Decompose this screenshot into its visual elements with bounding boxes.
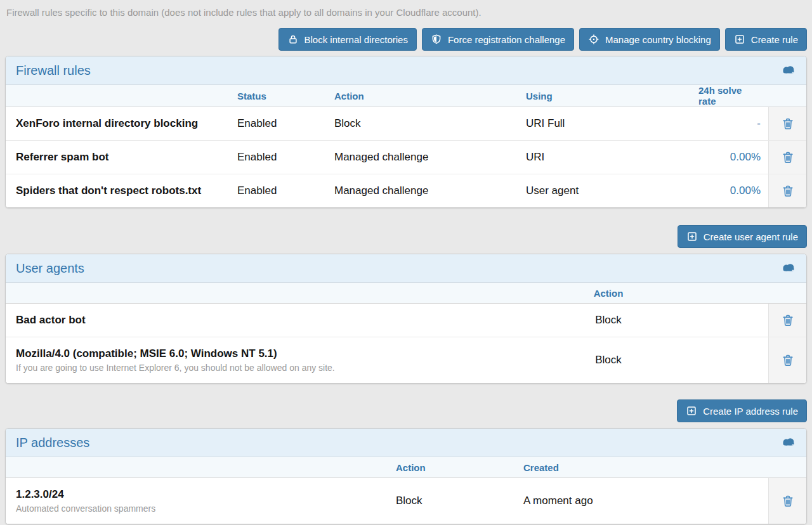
trash-icon bbox=[781, 360, 795, 369]
firewall-rules-panel-header: Firewall rules bbox=[6, 56, 806, 85]
trash-icon bbox=[781, 500, 795, 510]
user-agents-panel: User agents Action Bad actor bot bbox=[5, 254, 807, 384]
geo-target-icon bbox=[588, 34, 599, 45]
table-row: Mozilla/4.0 (compatible; MSIE 6.0; Windo… bbox=[6, 337, 806, 383]
manage-country-blocking-button[interactable]: Manage country blocking bbox=[579, 28, 720, 51]
force-registration-challenge-button[interactable]: Force registration challenge bbox=[422, 28, 574, 51]
panel-title: IP addresses bbox=[16, 435, 89, 450]
delete-rule-button[interactable] bbox=[781, 117, 795, 131]
column-header-created: Created bbox=[523, 462, 768, 473]
rule-using: URI bbox=[526, 141, 698, 174]
user-agent-description: If you are going to use Internet Explore… bbox=[16, 363, 335, 373]
firewall-rules-table-header: Status Action Using 24h solve rate bbox=[6, 85, 806, 107]
button-label: Create IP address rule bbox=[703, 406, 798, 417]
button-label: Create rule bbox=[751, 34, 798, 45]
top-toolbar: Block internal directories Force registr… bbox=[5, 28, 807, 51]
ip-addresses-panel-header: IP addresses bbox=[6, 429, 806, 457]
user-agent-name: Mozilla/4.0 (compatible; MSIE 6.0; Windo… bbox=[16, 347, 277, 361]
rule-using: User agent bbox=[526, 174, 698, 207]
rule-name: Spiders that don't respect robots.txt bbox=[16, 184, 201, 198]
column-header-solve-rate: 24h solve rate bbox=[698, 85, 768, 107]
table-row: XenForo internal directory blocking Enab… bbox=[6, 107, 806, 140]
delete-rule-button[interactable] bbox=[781, 353, 795, 367]
firewall-rules-panel: Firewall rules Status Action Using 24h s… bbox=[5, 56, 807, 208]
trash-icon bbox=[781, 157, 795, 166]
cloudflare-cloud-icon bbox=[781, 65, 796, 77]
rule-action: Managed challenge bbox=[334, 174, 526, 207]
table-row: Bad actor bot Block bbox=[6, 304, 806, 337]
plus-square-icon bbox=[734, 34, 745, 45]
button-label: Create user agent rule bbox=[704, 231, 798, 242]
user-agent-action: Block bbox=[449, 304, 768, 337]
rule-solve-rate-link[interactable]: 0.00% bbox=[730, 185, 761, 197]
delete-rule-button[interactable] bbox=[781, 184, 795, 198]
table-row: Referrer spam bot Enabled Managed challe… bbox=[6, 140, 806, 174]
ip-range: 1.2.3.0/24 bbox=[16, 488, 64, 502]
rule-name: Referrer spam bot bbox=[16, 150, 108, 164]
button-label: Block internal directories bbox=[304, 34, 408, 45]
rule-status: Enabled bbox=[237, 141, 334, 174]
panel-title: User agents bbox=[16, 261, 84, 276]
create-ip-address-rule-button[interactable]: Create IP address rule bbox=[677, 399, 807, 422]
page: Firewall rules specific to this domain (… bbox=[0, 0, 812, 525]
button-label: Manage country blocking bbox=[605, 34, 711, 45]
panel-title: Firewall rules bbox=[16, 63, 91, 78]
page-description: Firewall rules specific to this domain (… bbox=[6, 6, 806, 19]
column-header-using: Using bbox=[526, 91, 698, 101]
lock-icon bbox=[287, 34, 299, 45]
trash-icon bbox=[781, 320, 795, 329]
user-agents-panel-header: User agents bbox=[6, 254, 806, 283]
column-header-action: Action bbox=[396, 462, 523, 473]
table-row: 1.2.3.0/24 Automated conversation spamme… bbox=[6, 478, 806, 524]
rule-solve-rate: - bbox=[757, 117, 761, 130]
shield-icon bbox=[431, 34, 442, 45]
rule-name: XenForo internal directory blocking bbox=[16, 117, 198, 131]
delete-rule-button[interactable] bbox=[781, 150, 795, 164]
rule-status: Enabled bbox=[237, 107, 334, 140]
ip-addresses-panel: IP addresses Action Created 1.2.3. bbox=[5, 428, 807, 524]
create-user-agent-rule-button[interactable]: Create user agent rule bbox=[678, 225, 807, 248]
rule-action: Managed challenge bbox=[334, 141, 526, 174]
rule-using: URI Full bbox=[526, 107, 698, 140]
cloudflare-cloud-icon bbox=[781, 437, 796, 449]
column-header-status: Status bbox=[237, 91, 334, 101]
ip-addresses-toolbar: Create IP address rule bbox=[5, 399, 807, 422]
column-header-action: Action bbox=[449, 288, 768, 299]
button-label: Force registration challenge bbox=[448, 34, 565, 45]
user-agent-action: Block bbox=[449, 337, 768, 383]
rule-solve-rate-link[interactable]: 0.00% bbox=[730, 151, 761, 164]
column-header-action: Action bbox=[334, 91, 526, 101]
plus-square-icon bbox=[686, 231, 698, 242]
trash-icon bbox=[781, 123, 795, 133]
delete-rule-button[interactable] bbox=[781, 313, 795, 327]
ip-rule-created: A moment ago bbox=[523, 478, 768, 524]
rule-action: Block bbox=[334, 107, 526, 140]
delete-rule-button[interactable] bbox=[781, 494, 795, 508]
rule-status: Enabled bbox=[237, 174, 334, 207]
create-rule-button[interactable]: Create rule bbox=[725, 28, 807, 51]
ip-rule-description: Automated conversation spammers bbox=[16, 503, 155, 514]
ip-addresses-table-header: Action Created bbox=[6, 457, 806, 478]
block-internal-directories-button[interactable]: Block internal directories bbox=[278, 28, 417, 51]
plus-square-icon bbox=[686, 405, 697, 417]
ip-rule-action: Block bbox=[396, 478, 523, 524]
table-row: Spiders that don't respect robots.txt En… bbox=[6, 174, 806, 207]
user-agents-table-header: Action bbox=[6, 283, 806, 304]
trash-icon bbox=[781, 190, 795, 200]
user-agents-toolbar: Create user agent rule bbox=[5, 225, 807, 248]
cloudflare-cloud-icon bbox=[781, 262, 796, 275]
user-agent-name: Bad actor bot bbox=[16, 313, 86, 327]
